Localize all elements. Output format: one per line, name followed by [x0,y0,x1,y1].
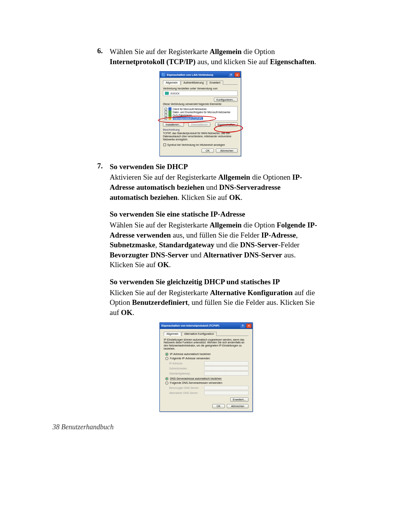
radio-label: Folgende IP-Adresse verwenden: [170,357,210,360]
tab-alt-config[interactable]: Alternative Konfiguration [182,332,217,336]
step-7: 7. So verwenden Sie DHCP Aktivieren Sie … [97,162,397,318]
step-7-both-text: Klicken Sie auf der Registerkarte Altern… [110,288,320,318]
step-6: 6. Wählen Sie auf der Registerkarte Allg… [97,47,397,66]
ok-button[interactable]: OK [212,404,225,408]
window-icon [161,73,165,77]
text-bold: Internetprotokoll (TCP/IP) [110,58,196,66]
checkbox-label: Symbol bei Verbindung im Infobereich anz… [167,143,225,146]
screenshot-lan-properties: Eigenschaften von LAN-Verbindung ? × All… [159,71,397,156]
input-ip-address[interactable]: ... [204,361,248,366]
page-footer: 38 Benutzerhandbuch [52,423,114,431]
checkbox-icon[interactable] [163,143,166,146]
radio-icon[interactable] [165,353,168,356]
uninstall-button[interactable]: Deinstallieren [188,122,210,127]
text-bold: Allgemein [210,47,242,56]
label-ip-address: IP-Adresse: [169,362,204,365]
step-7-heading-static: So verwenden Sie eine statische IP-Adres… [110,209,320,219]
configure-button[interactable]: Konfigurieren... [214,98,238,102]
static-ip-fields: IP-Adresse:... Subnetzmaske:... Standard… [169,361,248,376]
tab-strip: Allgemein Authentifizierung Erweitert [163,80,238,85]
radio-static-dns[interactable]: Folgende DNS-Serveradressen verwenden: [165,381,248,385]
help-button[interactable]: ? [228,72,234,77]
tab-strip: Allgemein Alternative Konfiguration [164,331,248,336]
label-pref-dns: Bevorzugter DNS-Server: [169,387,204,389]
list-item[interactable]: Datei- und Druckerfreigabe für Microsoft… [164,110,236,114]
close-button[interactable]: × [234,72,240,77]
step-6-number: 6. [97,47,108,55]
dialog-tcpip-properties: Eigenschaften von Internetprotokoll (TCP… [159,322,253,412]
tab-erweitert[interactable]: Erweitert [207,80,223,85]
step-7-body: So verwenden Sie DHCP Aktivieren Sie auf… [110,162,320,318]
input-pref-dns[interactable]: ... [204,386,248,390]
radio-auto-dns[interactable]: DNS-Serveradresse automatisch beziehen [165,377,248,380]
dialog-lan-properties: Eigenschaften von LAN-Verbindung ? × All… [159,71,241,156]
protocol-icon [168,117,172,120]
adapter-field: XXXXX [163,91,238,96]
step-6-text: Wählen Sie auf der Registerkarte Allgeme… [110,47,320,66]
item-label: Client für Microsoft-Netzwerke [173,108,206,110]
label-subnet: Subnetzmaske: [169,367,204,370]
radio-icon[interactable] [165,357,168,360]
item-label: Datei- und Druckerfreigabe für Microsoft… [173,111,230,114]
close-button[interactable]: × [246,324,252,328]
checkbox-icon[interactable] [164,111,167,114]
checkbox-icon[interactable] [164,114,167,117]
step-7-heading-both: So verwenden Sie gleichzeitig DHCP und s… [110,277,320,287]
step-7-heading-dhcp: So verwenden Sie DHCP [110,163,188,171]
text: die Option [242,47,275,56]
window-title: Eigenschaften von Internetprotokoll (TCP… [161,324,239,327]
radio-label: Folgende DNS-Serveradressen verwenden: [170,381,223,384]
description-text: TCP/IP, das Standardprotokoll für WAN-Ne… [163,132,238,141]
text: aus, und klicken Sie auf [196,58,270,66]
titlebar: Eigenschaften von LAN-Verbindung ? × [160,72,241,78]
client-icon [168,107,172,110]
step-7-dhcp-text: Aktivieren Sie auf der Registerkarte All… [110,172,320,202]
step-7-static-text: Wählen Sie auf der Registerkarte Allgeme… [110,220,320,270]
checkbox-icon[interactable] [164,108,167,110]
properties-button[interactable]: Eigenschaften [215,122,238,127]
tab-allgemein[interactable]: Allgemein [163,80,180,85]
tab-authentifizierung[interactable]: Authentifizierung [181,80,206,85]
text: Wählen Sie auf der Registerkarte [110,47,210,56]
radio-static-ip[interactable]: Folgende IP-Adresse verwenden: [165,357,248,360]
titlebar: Eigenschaften von Internetprotokoll (TCP… [160,323,252,329]
radio-icon[interactable] [165,381,168,385]
tab-allgemein[interactable]: Allgemein [164,332,181,336]
text-bold: Eigenschaften [270,58,314,66]
text: . [314,58,316,66]
input-alt-dns[interactable]: ... [204,391,248,395]
radio-icon[interactable] [165,377,168,380]
item-label-selected: Internetprotokoll (TCP/IP) [173,117,203,120]
screenshot-tcpip-properties: Eigenschaften von Internetprotokoll (TCP… [159,322,397,412]
list-item[interactable]: QoS-Paketplaner [164,114,236,117]
cancel-button[interactable]: Abbrechen [227,404,248,408]
adapter-name: XXXXX [170,92,179,95]
step-7-number: 7. [97,162,108,170]
window-title: Eigenschaften von LAN-Verbindung [167,73,228,76]
item-label: QoS-Paketplaner [173,114,192,117]
radio-label: DNS-Serveradresse automatisch beziehen [170,377,222,380]
label-uses-elements: Diese Verbindung verwendet folgende Elem… [163,103,238,105]
input-gateway[interactable]: ... [204,371,248,376]
install-button[interactable]: Installieren... [163,122,184,127]
label-gateway: Standardgateway: [169,372,204,375]
ok-button[interactable]: OK [201,149,214,153]
adapter-icon [165,92,169,95]
radio-label: IP-Adresse automatisch beziehen [170,353,211,355]
input-subnet[interactable]: ... [204,366,248,371]
list-item-tcpip[interactable]: Internetprotokoll (TCP/IP) [164,117,236,120]
show-tray-icon-row[interactable]: Symbol bei Verbindung im Infobereich anz… [163,143,238,146]
info-text: IP-Einstellungen können automatisch zuge… [164,338,248,350]
help-button[interactable]: ? [240,324,245,328]
advanced-button[interactable]: Erweitert... [230,397,248,402]
service-icon [168,110,172,114]
label-alt-dns: Alternativer DNS-Server: [169,392,204,394]
checkbox-icon[interactable] [164,117,167,120]
radio-auto-ip[interactable]: IP-Adresse automatisch beziehen [165,353,248,356]
description-group-label: Beschreibung [163,128,238,131]
cancel-button[interactable]: Abbrechen [216,149,238,153]
network-components-list[interactable]: Client für Microsoft-Netzwerke Datei- un… [163,106,238,121]
list-item[interactable]: Client für Microsoft-Netzwerke [164,107,236,110]
label-connection-using: Verbindung herstellen unter Verwendung v… [163,87,238,90]
service-icon [168,114,172,117]
